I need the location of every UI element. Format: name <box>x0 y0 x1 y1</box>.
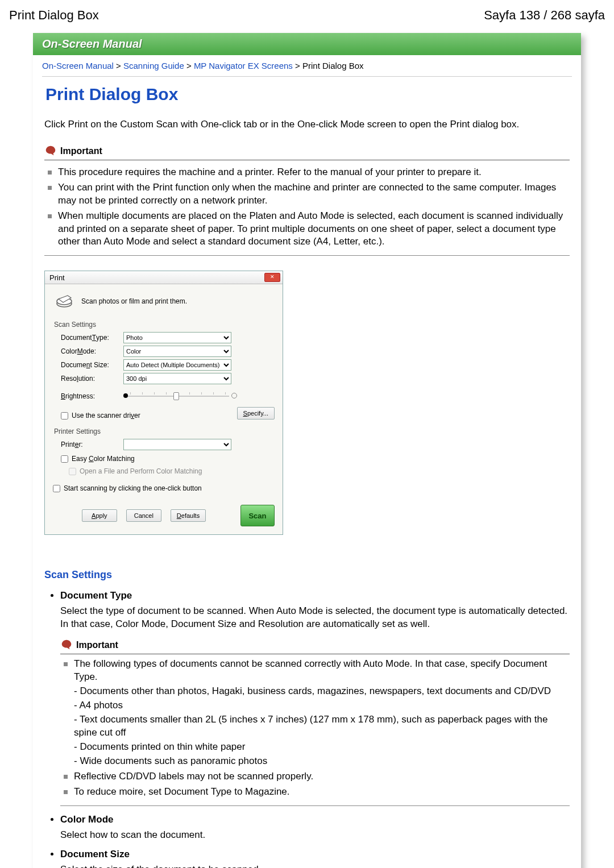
checkbox-one-click-start[interactable]: Start scanning by clicking the one-click… <box>53 484 275 492</box>
select-document-type[interactable]: Photo <box>123 332 231 343</box>
cancel-button[interactable]: Cancel <box>126 509 161 522</box>
divider <box>44 255 570 256</box>
important-item: Reflective CD/DVD labels may not be scan… <box>60 769 570 784</box>
crumb-screens[interactable]: MP Navigator EX Screens <box>194 61 293 70</box>
checkbox-open-file-color-matching: Open a File and Perform Color Matching <box>61 467 275 475</box>
brightness-slider[interactable] <box>123 390 237 402</box>
checkbox-input[interactable] <box>61 412 68 420</box>
list-item: Document Size Select the size of the doc… <box>60 849 570 868</box>
important-header: Important <box>60 639 570 654</box>
banner-title: On-Screen Manual <box>33 33 581 55</box>
item-title-color-mode: Color Mode <box>60 814 114 825</box>
dialog-subtitle: Scan photos or film and print them. <box>81 297 187 305</box>
crumb-current: Print Dialog Box <box>302 61 364 70</box>
scanner-icon <box>55 292 73 310</box>
item-subline: - A4 photos <box>74 699 570 712</box>
select-color-mode[interactable]: Color <box>123 346 231 357</box>
important-icon <box>44 145 57 157</box>
dialog-title: Print <box>49 273 65 282</box>
checkbox-input[interactable] <box>61 455 68 463</box>
settings-list: Document Type Select the type of documen… <box>44 590 570 868</box>
defaults-button[interactable]: Defaults <box>171 509 206 522</box>
group-scan-settings: Scan Settings <box>54 321 275 329</box>
label-resolution: Resolution: <box>61 375 123 383</box>
important-item: The following types of documents cannot … <box>60 657 570 769</box>
page-header-right: Sayfa 138 / 268 sayfa <box>484 8 605 23</box>
group-printer-settings: Printer Settings <box>54 427 275 435</box>
item-title-document-type: Document Type <box>60 590 132 601</box>
select-document-size[interactable]: Auto Detect (Multiple Documents) <box>123 359 231 371</box>
page-title: Print Dialog Box <box>45 85 570 104</box>
item-body: Select the type of document to be scanne… <box>60 605 570 631</box>
list-item: Color Mode Select how to scan the docume… <box>60 814 570 842</box>
important-item: You can print with the Print function on… <box>44 180 570 209</box>
checkbox-input <box>69 468 76 475</box>
select-printer[interactable] <box>123 439 231 450</box>
important-item: This procedure requires the machine and … <box>44 165 570 180</box>
divider <box>60 805 570 806</box>
checkbox-input[interactable] <box>53 485 60 492</box>
select-resolution[interactable]: 300 dpi <box>123 373 231 384</box>
important-label: Important <box>60 146 102 156</box>
important-list: The following types of documents cannot … <box>60 657 570 799</box>
item-subline: - Documents printed on thin white paper <box>74 741 570 754</box>
important-item: When multiple documents are placed on th… <box>44 209 570 250</box>
label-document-type: Document Type: <box>61 334 123 342</box>
divider <box>42 76 572 77</box>
label-brightness: Brightness: <box>61 392 123 400</box>
label-document-size: Document Size: <box>61 361 123 369</box>
print-dialog: Print ✕ Scan photos or film and print th… <box>44 271 283 535</box>
important-icon <box>60 639 73 651</box>
important-header: Important <box>44 145 570 160</box>
crumb-scanning[interactable]: Scanning Guide <box>123 61 184 70</box>
item-text: The following types of documents cannot … <box>74 658 570 684</box>
label-printer: Printer: <box>61 441 123 448</box>
important-list: This procedure requires the machine and … <box>44 165 570 250</box>
close-button[interactable]: ✕ <box>264 273 280 282</box>
breadcrumb: On-Screen Manual > Scanning Guide > MP N… <box>33 55 581 74</box>
apply-button[interactable]: Apply <box>82 509 117 522</box>
item-body: Select how to scan the document. <box>60 829 570 842</box>
page-header-left: Print Dialog Box <box>9 8 99 23</box>
intro-text: Click Print on the Custom Scan with One-… <box>44 118 570 131</box>
item-body: Select the size of the document to be sc… <box>60 863 570 868</box>
dialog-header: Scan photos or film and print them. <box>45 284 283 317</box>
important-item: To reduce moire, set Document Type to Ma… <box>60 784 570 800</box>
scan-settings-heading: Scan Settings <box>44 569 570 581</box>
label-color-mode: Color Mode: <box>61 347 123 355</box>
item-subline: - Wide documents such as panoramic photo… <box>74 755 570 768</box>
item-subline: - Text documents smaller than 2L (5 inch… <box>74 713 570 740</box>
item-title-document-size: Document Size <box>60 849 130 859</box>
item-subline: - Documents other than photos, Hagaki, b… <box>74 685 570 698</box>
crumb-manual[interactable]: On-Screen Manual <box>42 61 114 70</box>
manual-panel: On-Screen Manual On-Screen Manual > Scan… <box>33 33 581 868</box>
checkbox-use-scanner-driver[interactable]: Use the scanner driver <box>61 412 140 420</box>
important-label: Important <box>76 640 118 650</box>
specify-button[interactable]: Specify... <box>237 407 275 420</box>
checkbox-easy-color-matching[interactable]: Easy Color Matching <box>61 455 275 463</box>
dialog-titlebar: Print ✕ <box>45 271 283 284</box>
scan-button[interactable]: Scan <box>240 505 275 526</box>
list-item: Document Type Select the type of documen… <box>60 590 570 805</box>
